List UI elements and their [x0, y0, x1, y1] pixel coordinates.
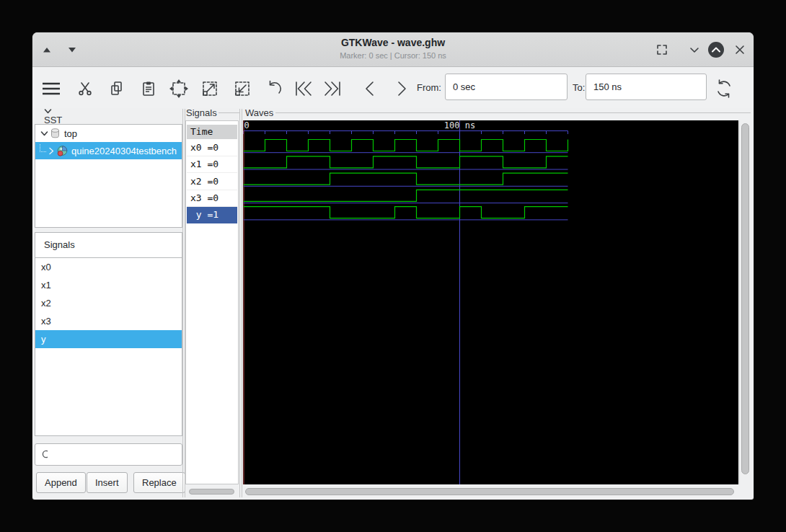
copy-icon	[109, 80, 125, 97]
collapse-chevron-icon[interactable]	[44, 107, 52, 115]
waves-vscrollbar-track[interactable]	[739, 120, 751, 484]
frame-line-waves	[275, 112, 751, 113]
waves-vscrollbar-thumb[interactable]	[741, 123, 749, 474]
hamburger-menu-icon	[40, 79, 62, 99]
next-edge-button[interactable]	[390, 77, 413, 100]
marker-cursor-status: Marker: 0 sec | Cursor: 150 ns	[32, 51, 754, 60]
zoom-in-button[interactable]	[231, 77, 254, 100]
skip-to-end-icon	[321, 79, 344, 99]
names-hscrollbar-track[interactable]	[186, 486, 239, 498]
go-to-start-button[interactable]	[292, 77, 315, 100]
paste-button[interactable]	[137, 77, 160, 100]
sst-frame: SST	[44, 107, 62, 125]
wave-signal-row-x0[interactable]: x0 =0	[187, 140, 237, 156]
search-icon	[41, 449, 48, 461]
chevron-down-icon	[687, 43, 702, 57]
wave-signals-frame-label: Signals	[186, 107, 217, 118]
zoom-out-full-icon	[200, 79, 220, 99]
go-to-end-button[interactable]	[321, 77, 344, 100]
tree-item-label: top	[64, 128, 77, 139]
to-input[interactable]	[586, 74, 707, 100]
fullscreen-icon	[655, 43, 669, 57]
scissors-icon	[77, 80, 93, 97]
from-input[interactable]	[445, 74, 568, 100]
list-item-x0[interactable]: x0	[35, 258, 182, 276]
search-input[interactable]	[52, 448, 182, 461]
tree-item-testbench[interactable]: quine20240304testbench	[35, 142, 182, 159]
zoom-fit-icon	[169, 79, 189, 99]
cut-button[interactable]	[74, 77, 97, 100]
expander-open-icon[interactable]	[40, 130, 48, 137]
splitter-right[interactable]	[239, 109, 242, 497]
chevron-right-icon	[393, 79, 410, 99]
wave-names-panel: Time x0 =0x1 =0x2 =0x3 =0 y =1	[185, 120, 239, 484]
prev-edge-button[interactable]	[358, 77, 381, 100]
signal-list-panel: Signals x0 x1 x2 x3 y	[35, 232, 182, 436]
names-hscrollbar-thumb[interactable]	[189, 489, 234, 495]
tree-item-top[interactable]: top	[35, 125, 182, 142]
list-item-x1[interactable]: x1	[35, 276, 182, 294]
chevron-left-icon	[361, 79, 379, 99]
reload-icon	[713, 78, 735, 99]
undo-icon	[265, 79, 285, 98]
expander-closed-icon[interactable]	[48, 147, 55, 155]
reload-button[interactable]	[712, 77, 736, 100]
wave-signal-row-y[interactable]: y =1	[187, 207, 237, 223]
frame-line-signals	[218, 112, 239, 113]
waves-hscrollbar-track[interactable]	[243, 486, 738, 498]
replace-button[interactable]: Replace	[133, 472, 185, 493]
module-sphere-icon	[56, 145, 69, 157]
waves-hscrollbar-thumb[interactable]	[245, 488, 734, 495]
tree-item-label: quine20240304testbench	[71, 146, 177, 156]
time-header: Time	[187, 125, 237, 139]
waveform-canvas[interactable]: 0100 ns	[243, 120, 738, 484]
tree-elbow-line	[40, 144, 46, 152]
copy-button[interactable]	[105, 77, 128, 100]
insert-button[interactable]: Insert	[87, 472, 128, 493]
waves-frame-label: Waves	[245, 107, 273, 118]
zoom-out-button[interactable]	[198, 77, 221, 100]
signal-list-header: Signals	[35, 233, 182, 258]
wave-signal-row-x3[interactable]: x3 =0	[187, 190, 237, 207]
database-icon	[50, 128, 61, 139]
close-button[interactable]	[731, 41, 749, 58]
skip-to-start-icon	[292, 79, 315, 99]
svg-text:0: 0	[244, 120, 250, 130]
minimize-button[interactable]	[686, 41, 703, 58]
sst-tree: top quine20240304testbench	[35, 124, 182, 228]
to-label: To:	[573, 82, 585, 93]
from-label: From:	[417, 82, 441, 93]
list-item-y[interactable]: y	[35, 330, 182, 348]
zoom-in-icon	[232, 79, 252, 99]
wave-signal-row-x2[interactable]: x2 =0	[187, 174, 237, 190]
zoom-fit-button[interactable]	[167, 77, 190, 100]
list-item-x3[interactable]: x3	[35, 312, 182, 330]
gtkwave-window: GTKWave - wave.ghw Marker: 0 sec | Curso…	[32, 32, 754, 500]
menu-button[interactable]	[40, 77, 63, 100]
toolbar: From: To:	[32, 68, 754, 108]
undo-button[interactable]	[263, 77, 286, 100]
clipboard-paste-icon	[141, 80, 156, 97]
titlebar[interactable]: GTKWave - wave.ghw Marker: 0 sec | Curso…	[32, 32, 754, 67]
fullscreen-button[interactable]	[653, 41, 671, 58]
waveform-svg: 0100 ns	[243, 120, 738, 484]
signal-search	[35, 443, 182, 466]
shade-button[interactable]	[707, 41, 725, 58]
close-icon	[733, 43, 746, 56]
wave-signal-row-x1[interactable]: x1 =0	[187, 156, 237, 173]
list-item-x2[interactable]: x2	[35, 294, 182, 312]
append-button[interactable]: Append	[36, 472, 86, 493]
window-title: GTKWave - wave.ghw	[32, 37, 754, 48]
circle-chevron-up-icon	[707, 41, 725, 58]
